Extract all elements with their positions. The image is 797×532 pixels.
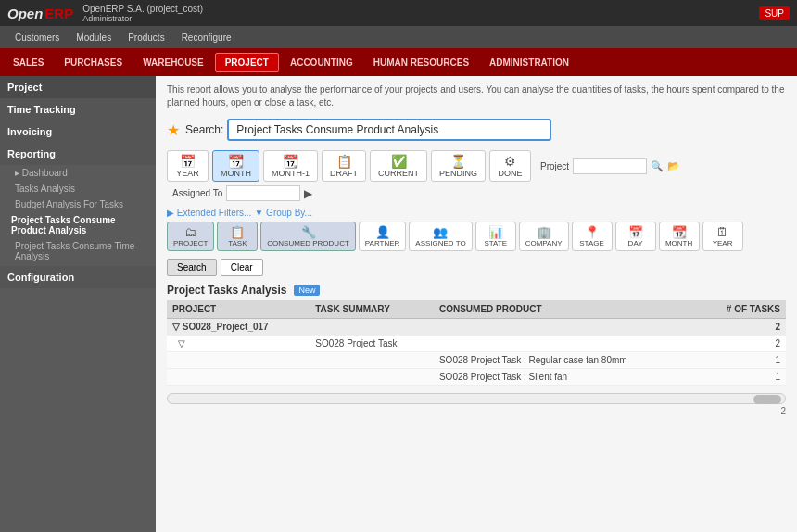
col-count: # OF TASKS <box>699 300 786 319</box>
project-search-icon[interactable]: 🔍 <box>651 160 664 172</box>
filter-month1-label: MONTH-1 <box>272 169 310 178</box>
filter-pending[interactable]: ⏳ PENDING <box>431 150 486 182</box>
sidebar-item-budget-analysis[interactable]: Budget Analysis For Tasks <box>0 196 156 212</box>
sidebar-section-timetracking[interactable]: Time Tracking <box>0 98 156 120</box>
search-input[interactable] <box>227 119 551 141</box>
groupby-task[interactable]: 📋 TASK <box>217 222 258 251</box>
sidebar-item-consume-time[interactable]: Project Tasks Consume Time Analysis <box>0 238 156 264</box>
user-role: Administrator <box>82 14 203 23</box>
logo-open: Open <box>7 6 43 21</box>
draft-icon: 📋 <box>336 154 352 169</box>
table-title: Project Tasks Analysis <box>167 284 286 297</box>
filter-pending-label: PENDING <box>439 169 477 178</box>
mainnav-purchases[interactable]: PURCHASES <box>55 54 132 71</box>
search-button[interactable]: Search <box>167 259 217 276</box>
filter-done[interactable]: ⚙ DONE <box>489 150 531 182</box>
groupby-stage-icon: 📍 <box>585 225 600 239</box>
row-project: ▽ SO028_Project_017 <box>167 319 310 336</box>
main-layout: Project Time Tracking Invoicing Reportin… <box>0 76 797 532</box>
mainnav-sales[interactable]: SALES <box>4 54 53 71</box>
scrollbar[interactable] <box>167 393 786 404</box>
sidebar-item-tasks-analysis[interactable]: Tasks Analysis <box>0 181 156 196</box>
groupby-company-icon: 🏢 <box>537 225 551 239</box>
row-task <box>310 319 434 336</box>
table-header: PROJECT TASK SUMMARY CONSUMED PRODUCT # … <box>167 300 786 319</box>
groupby-month[interactable]: 📆 MONTH <box>659 222 700 251</box>
project-label: Project <box>540 161 569 171</box>
filter-draft-label: DRAFT <box>330 169 358 178</box>
sidebar-section-invoicing[interactable]: Invoicing <box>0 120 156 143</box>
mainnav-admin[interactable]: ADMINISTRATION <box>480 54 578 71</box>
table-row[interactable]: ▽ SO028_Project_017 2 <box>167 319 786 336</box>
group-by-label[interactable]: ▼ Group By... <box>254 208 312 218</box>
groupby-stage[interactable]: 📍 STAGE <box>572 222 613 251</box>
groupby-assigned-to[interactable]: 👥 ASSIGNED TO <box>409 222 472 251</box>
favorite-star-icon[interactable]: ★ <box>167 121 180 139</box>
table-header-row: Project Tasks Analysis New <box>167 284 786 297</box>
logo-erp: ERP <box>44 6 73 21</box>
row-count: 2 <box>699 319 786 336</box>
col-product: CONSUMED PRODUCT <box>434 300 699 319</box>
sidebar-section-reporting[interactable]: Reporting <box>0 143 156 165</box>
window-title-text: OpenERP S.A. (project_cost) <box>82 4 203 14</box>
clear-button[interactable]: Clear <box>221 259 263 276</box>
groupby-company-label: COMPANY <box>525 239 563 247</box>
sidebar: Project Time Tracking Invoicing Reportin… <box>0 76 156 532</box>
assigned-input[interactable] <box>226 185 300 201</box>
groupby-assigned-icon: 👥 <box>433 225 448 239</box>
mainnav-warehouse[interactable]: WAREHOUSE <box>133 54 213 71</box>
groupby-year-label: YEAR <box>713 239 733 247</box>
groupby-project[interactable]: 🗂 PROJECT <box>167 222 214 251</box>
sidebar-section-project[interactable]: Project <box>0 76 156 98</box>
row-product <box>434 319 699 336</box>
groupby-consumed-product[interactable]: 🔧 CONSUMED PRODUCT <box>260 222 355 251</box>
groupby-state[interactable]: 📊 STATE <box>475 222 516 251</box>
assigned-arrow-icon[interactable]: ▶ <box>304 187 312 200</box>
mainnav-hr[interactable]: HUMAN RESOURCES <box>364 54 478 71</box>
mainnav-accounting[interactable]: ACCOUNTING <box>281 54 362 71</box>
row-product <box>434 336 699 352</box>
filter-current[interactable]: ✅ CURRENT <box>370 150 427 182</box>
project-field: Project 🔍 📂 <box>540 158 680 174</box>
col-task: TASK SUMMARY <box>310 300 434 319</box>
table-row[interactable]: ▽ SO028 Project Task 2 <box>167 336 786 352</box>
nav-customers[interactable]: Customers <box>7 31 67 44</box>
filter-month-1[interactable]: 📆 MONTH-1 <box>263 150 318 182</box>
extended-filters-link[interactable]: ▶ Extended Filters... <box>167 208 251 218</box>
page-count: 2 <box>167 406 786 416</box>
top-bar-red-button[interactable]: SUP <box>759 6 790 20</box>
row-product: SO028 Project Task : Silent fan <box>434 369 699 386</box>
table-row[interactable]: SO028 Project Task : Silent fan 1 <box>167 369 786 386</box>
groupby-year[interactable]: 🗓 YEAR <box>702 222 743 251</box>
groupby-partner[interactable]: 👤 PARTNER <box>359 222 407 251</box>
nav-products[interactable]: Products <box>120 31 171 44</box>
filter-done-label: DONE <box>499 169 523 178</box>
project-input[interactable] <box>573 158 647 174</box>
pending-icon: ⏳ <box>450 154 466 169</box>
sidebar-item-consume-product[interactable]: Project Tasks Consume Product Analysis <box>0 212 156 238</box>
filter-year-label: YEAR <box>176 169 199 178</box>
filter-draft[interactable]: 📋 DRAFT <box>322 150 366 182</box>
scrollbar-thumb[interactable] <box>753 395 781 404</box>
groupby-task-icon: 📋 <box>230 225 245 239</box>
row-project <box>167 369 310 386</box>
project-clear-icon[interactable]: 📂 <box>667 160 680 172</box>
nav-reconfigure[interactable]: Reconfigure <box>174 31 239 44</box>
groupby-project-icon: 🗂 <box>184 225 196 239</box>
sidebar-item-dashboard[interactable]: ▸ Dashboard <box>0 165 156 181</box>
groupby-state-icon: 📊 <box>488 225 503 239</box>
mainnav-project[interactable]: PROJECT <box>215 53 279 72</box>
filter-year[interactable]: 📅 YEAR <box>167 150 209 182</box>
groupby-day-label: DAY <box>628 239 643 247</box>
nav-modules[interactable]: Modules <box>69 31 119 44</box>
groupby-company[interactable]: 🏢 COMPANY <box>519 222 569 251</box>
filter-month-label: MONTH <box>221 169 251 178</box>
filter-month[interactable]: 📆 MONTH <box>212 150 259 182</box>
table-row[interactable]: SO028 Project Task : Regular case fan 80… <box>167 352 786 369</box>
sidebar-section-configuration[interactable]: Configuration <box>0 266 156 288</box>
groupby-state-label: STATE <box>484 239 507 247</box>
groupby-day[interactable]: 📅 DAY <box>615 222 656 251</box>
main-nav: SALES PURCHASES WAREHOUSE PROJECT ACCOUN… <box>0 48 797 76</box>
top-bar-actions: SUP <box>759 6 790 20</box>
row-count: 1 <box>699 369 786 386</box>
